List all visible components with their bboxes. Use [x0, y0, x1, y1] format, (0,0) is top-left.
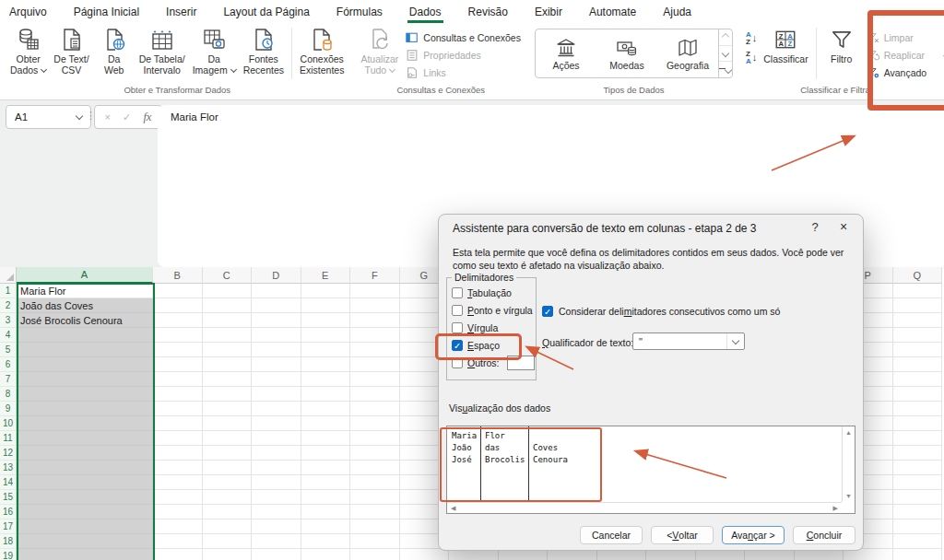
row-header-7[interactable]: 7: [0, 372, 17, 387]
column-header-a[interactable]: A: [17, 267, 153, 284]
row-header-13[interactable]: 13: [0, 461, 17, 475]
cell-a13[interactable]: [17, 461, 153, 475]
grid-cell[interactable]: [301, 534, 351, 549]
grid-cell[interactable]: [301, 461, 351, 475]
cancel-entry-icon[interactable]: ×: [105, 111, 111, 122]
grid-cell[interactable]: [350, 534, 400, 549]
grid-cell[interactable]: [153, 461, 203, 475]
reaplicar-button[interactable]: Reaplicar: [864, 48, 930, 62]
links-button[interactable]: Links: [403, 65, 524, 79]
checkbox[interactable]: [452, 357, 463, 368]
da-web-button[interactable]: DaWeb: [94, 26, 135, 76]
cancelar-button[interactable]: Cancelar: [580, 526, 643, 544]
grid-cell[interactable]: [252, 446, 301, 461]
preview-horizontal-scrollbar[interactable]: ◀▶: [447, 502, 842, 513]
grid-cell[interactable]: [252, 343, 301, 357]
cell-a9[interactable]: [17, 402, 153, 416]
grid-cell[interactable]: [153, 387, 203, 402]
grid-cell[interactable]: [301, 387, 351, 402]
cell-a3[interactable]: José Brocolis Cenoura: [17, 313, 153, 328]
row-header-9[interactable]: 9: [0, 402, 17, 416]
grid-cell[interactable]: [350, 475, 400, 490]
grid-cell[interactable]: [893, 490, 943, 505]
grid-cell[interactable]: [203, 519, 253, 534]
row-header-3[interactable]: 3: [0, 313, 17, 328]
grid-cell[interactable]: [400, 549, 450, 560]
grid-cell[interactable]: [301, 505, 351, 519]
close-icon[interactable]: ×: [836, 219, 851, 234]
column-header-b[interactable]: B: [153, 267, 203, 284]
grid-cell[interactable]: [203, 461, 253, 475]
grid-cell[interactable]: [301, 328, 351, 343]
grid-cell[interactable]: [301, 446, 351, 461]
grid-cell[interactable]: [301, 284, 351, 298]
grid-cell[interactable]: [252, 475, 301, 490]
row-header-19[interactable]: 19: [0, 549, 17, 560]
menu-tab-inserir[interactable]: Inserir: [165, 1, 197, 23]
atualizar-tudo-button[interactable]: AtualizarTudo: [358, 26, 401, 76]
cell-a16[interactable]: [17, 505, 153, 519]
grid-cell[interactable]: [350, 402, 400, 416]
grid-cell[interactable]: [153, 284, 203, 298]
grid-cell[interactable]: [153, 328, 203, 343]
obter-dados-button[interactable]: ObterDados: [7, 26, 49, 76]
grid-cell[interactable]: [350, 416, 400, 431]
geografia-data-type[interactable]: Geografia: [657, 29, 718, 77]
row-header-12[interactable]: 12: [0, 446, 17, 461]
menu-tab-dados[interactable]: Dados: [408, 1, 442, 23]
de-tabela-intervalo-button[interactable]: De Tabela/Intervalo: [136, 26, 188, 76]
cell-a8[interactable]: [17, 387, 153, 402]
propriedades-button[interactable]: Propriedades: [403, 48, 524, 62]
grid-cell[interactable]: [893, 519, 943, 534]
grid-cell[interactable]: [153, 446, 203, 461]
menu-tab-automate[interactable]: Automate: [588, 1, 637, 23]
column-break-line[interactable]: [528, 426, 529, 501]
grid-cell[interactable]: [252, 298, 301, 313]
grid-cell[interactable]: [252, 490, 301, 505]
scroll-down-icon[interactable]: ▼: [845, 493, 852, 499]
gallery-scroll-buttons[interactable]: [718, 29, 732, 77]
name-box[interactable]: A1: [6, 105, 91, 129]
limpar-button[interactable]: Limpar: [864, 30, 930, 44]
grid-cell[interactable]: [350, 431, 400, 446]
grid-cell[interactable]: [301, 402, 351, 416]
grid-cell[interactable]: [301, 490, 351, 505]
grid-cell[interactable]: [203, 387, 253, 402]
grid-cell[interactable]: [203, 490, 253, 505]
grid-cell[interactable]: [252, 357, 301, 372]
grid-cell[interactable]: [893, 298, 943, 313]
scroll-up-icon[interactable]: ▲: [845, 429, 852, 436]
confirm-entry-icon[interactable]: ✓: [123, 111, 131, 123]
grid-cell[interactable]: [153, 343, 203, 357]
cell-a5[interactable]: [17, 343, 153, 357]
column-header-c[interactable]: C: [203, 267, 253, 284]
grid-cell[interactable]: [203, 534, 253, 549]
grid-cell[interactable]: [252, 313, 301, 328]
cell-a4[interactable]: [17, 328, 153, 343]
grid-cell[interactable]: [153, 475, 203, 490]
acoes-data-type[interactable]: Ações: [536, 29, 596, 77]
grid-cell[interactable]: [350, 328, 400, 343]
grid-cell[interactable]: [203, 328, 253, 343]
cell-a17[interactable]: [17, 519, 153, 534]
menu-tab-arquivo[interactable]: Arquivo: [8, 1, 48, 23]
grid-cell[interactable]: [203, 372, 253, 387]
grid-cell[interactable]: [301, 357, 351, 372]
menu-tab-fórmulas[interactable]: Fórmulas: [336, 1, 384, 23]
grid-cell[interactable]: [203, 505, 253, 519]
grid-cell[interactable]: [252, 402, 301, 416]
row-header-2[interactable]: 2: [0, 298, 17, 313]
checkbox[interactable]: [452, 322, 463, 333]
help-icon[interactable]: ?: [808, 220, 822, 234]
grid-cell[interactable]: [153, 402, 203, 416]
grid-cell[interactable]: [893, 534, 943, 549]
grid-cell[interactable]: [252, 328, 301, 343]
checkbox[interactable]: [452, 287, 463, 298]
conexoes-existentes-button[interactable]: ConexõesExistentes: [297, 26, 347, 76]
grid-cell[interactable]: [203, 475, 253, 490]
grid-cell[interactable]: [893, 505, 943, 519]
grid-cell[interactable]: [893, 446, 943, 461]
voltar-button[interactable]: < Voltar: [651, 526, 714, 544]
grid-cell[interactable]: [203, 284, 253, 298]
sort-ascending-button[interactable]: AZ↓: [746, 31, 757, 45]
